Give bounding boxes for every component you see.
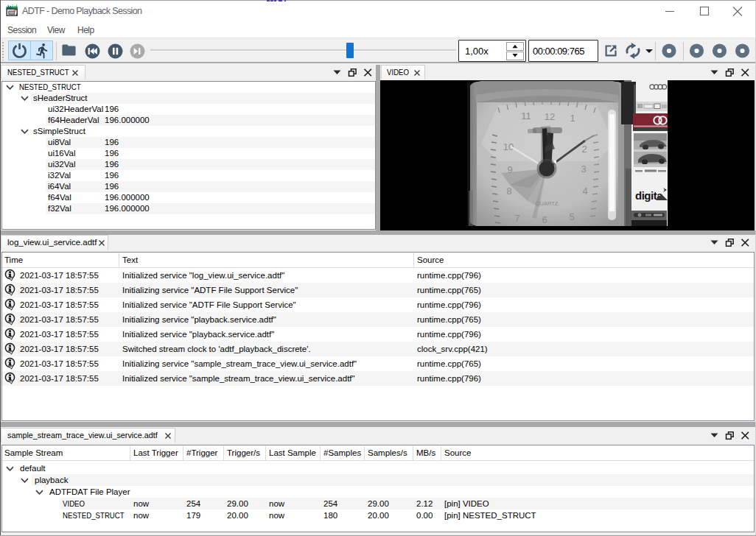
svg-text:8: 8 bbox=[506, 186, 511, 197]
svg-text:6: 6 bbox=[542, 214, 547, 225]
svg-text:11: 11 bbox=[521, 110, 531, 121]
svg-text:5: 5 bbox=[569, 211, 574, 222]
svg-text:3: 3 bbox=[581, 163, 586, 174]
svg-text:1: 1 bbox=[570, 113, 575, 124]
svg-text:2: 2 bbox=[581, 144, 587, 155]
svg-text:7: 7 bbox=[514, 213, 519, 224]
svg-text:12: 12 bbox=[545, 111, 555, 122]
svg-text:4: 4 bbox=[582, 186, 587, 197]
svg-text:QUARTZ: QUARTZ bbox=[536, 200, 559, 207]
